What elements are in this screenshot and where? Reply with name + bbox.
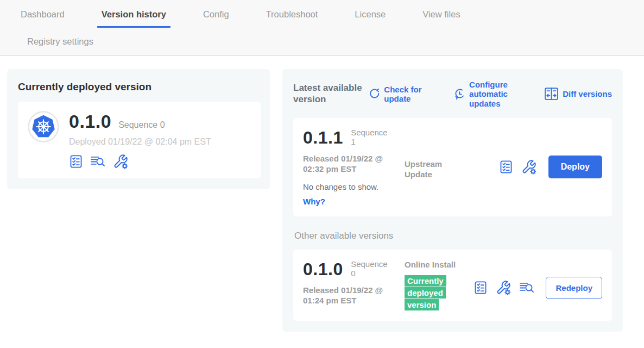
deployed-timestamp: Deployed 01/19/22 @ 02:04 pm EST xyxy=(69,137,211,147)
tab-registry-settings[interactable]: Registry settings xyxy=(23,35,98,47)
deploy-button[interactable]: Deploy xyxy=(548,156,602,178)
tab-troubleshoot[interactable]: Troubleshoot xyxy=(262,8,323,26)
other-sequence-label: Sequence 0 xyxy=(351,259,394,278)
redeploy-button[interactable]: Redeploy xyxy=(546,277,602,299)
other-version-source: Online Install xyxy=(405,259,464,270)
latest-version-actions: Deploy xyxy=(499,156,602,178)
nav-row-1: Dashboard Version history Config Trouble… xyxy=(0,8,644,28)
deployed-version-info: 0.1.0 Sequence 0 Deployed 01/19/22 @ 02:… xyxy=(69,111,211,169)
currently-deployed-title: Currently deployed version xyxy=(18,81,261,93)
nav-row-2: Registry settings xyxy=(0,28,644,55)
configure-automatic-updates-label: Configure automatic updates xyxy=(469,80,527,108)
preflight-checks-icon[interactable] xyxy=(473,281,488,295)
preflight-checks-icon[interactable] xyxy=(499,160,513,174)
latest-version-info: 0.1.1 Sequence 1 Released 01/19/22 @ 02:… xyxy=(303,128,405,207)
top-navigation: Dashboard Version history Config Trouble… xyxy=(0,0,644,56)
currently-deployed-badge-label: Currently deployed version xyxy=(405,275,446,310)
latest-version-number: 0.1.1 xyxy=(303,128,343,147)
available-versions-panel: Latest available version Check for updat… xyxy=(282,69,623,332)
other-version-actions: Redeploy xyxy=(473,277,602,299)
diff-versions-link[interactable]: Diff versions xyxy=(544,87,612,101)
release-notes-icon[interactable] xyxy=(519,281,535,295)
tab-license[interactable]: License xyxy=(350,8,390,26)
check-for-update-label: Check for update xyxy=(384,85,438,104)
latest-available-title: Latest available version xyxy=(293,83,362,105)
latest-released-timestamp: Released 01/19/22 @ 02:32 pm EST xyxy=(303,153,403,175)
no-changes-text: No changes to show. xyxy=(303,182,405,191)
latest-version-source: Upstream Update xyxy=(405,159,464,180)
configure-automatic-updates-icon xyxy=(454,88,465,100)
latest-sequence-label: Sequence 1 xyxy=(351,128,394,147)
deployed-version-card: 0.1.0 Sequence 0 Deployed 01/19/22 @ 02:… xyxy=(18,102,261,178)
why-link[interactable]: Why? xyxy=(303,197,325,206)
kubernetes-logo-icon xyxy=(28,111,59,145)
currently-deployed-panel: Currently deployed version xyxy=(7,69,270,189)
other-available-versions-title: Other available versions xyxy=(294,231,612,241)
tab-version-history[interactable]: Version history xyxy=(97,8,171,28)
other-version-info: 0.1.0 Sequence 0 Released 01/19/22 @ 01:… xyxy=(303,259,405,306)
configure-automatic-updates-link[interactable]: Configure automatic updates xyxy=(454,80,527,108)
latest-version-card: 0.1.1 Sequence 1 Released 01/19/22 @ 02:… xyxy=(293,118,612,216)
available-header: Latest available version Check for updat… xyxy=(293,80,612,108)
deployed-sequence-label: Sequence 0 xyxy=(118,120,165,130)
check-for-update-icon xyxy=(369,88,380,100)
tab-dashboard[interactable]: Dashboard xyxy=(16,8,69,26)
deployed-version-number: 0.1.0 xyxy=(69,111,111,132)
edit-config-icon[interactable] xyxy=(496,280,511,295)
tab-view-files[interactable]: View files xyxy=(418,8,464,26)
other-version-number: 0.1.0 xyxy=(303,259,343,279)
tab-config[interactable]: Config xyxy=(199,8,233,26)
edit-config-icon[interactable] xyxy=(521,159,536,175)
currently-deployed-badge: Currently deployed version xyxy=(405,275,450,310)
check-for-update-link[interactable]: Check for update xyxy=(369,85,438,104)
other-version-card: 0.1.0 Sequence 0 Released 01/19/22 @ 01:… xyxy=(293,250,612,321)
other-version-source-block: Online Install Currently deployed versio… xyxy=(405,259,464,311)
diff-versions-label: Diff versions xyxy=(563,89,612,98)
release-notes-icon[interactable] xyxy=(90,154,106,169)
edit-config-icon[interactable] xyxy=(113,154,128,169)
diff-versions-icon xyxy=(544,87,559,101)
main-content: Currently deployed version xyxy=(0,56,644,332)
preflight-checks-icon[interactable] xyxy=(69,154,83,169)
other-released-timestamp: Released 01/19/22 @ 01:24 pm EST xyxy=(303,285,403,306)
